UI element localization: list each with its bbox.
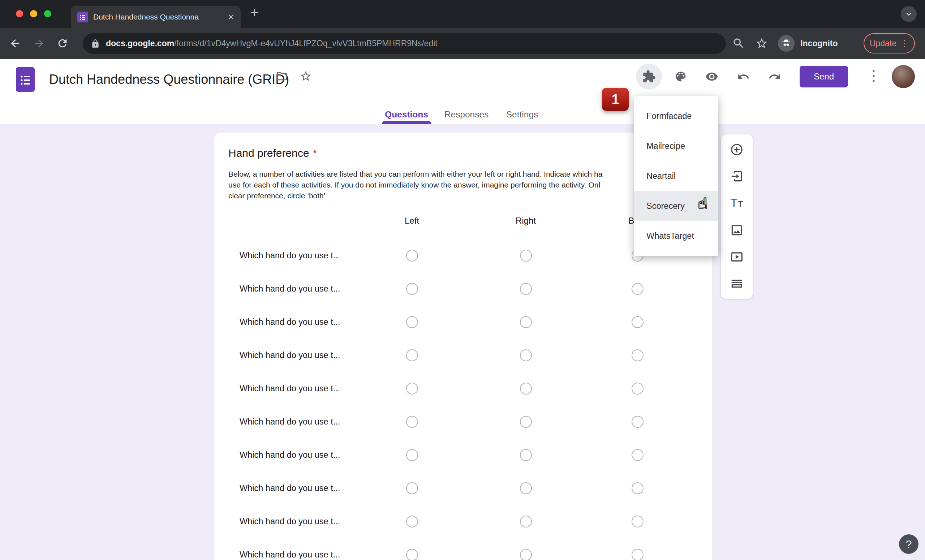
required-asterisk: * — [313, 147, 317, 159]
bookmark-star-icon[interactable] — [755, 37, 768, 50]
radio-left[interactable] — [406, 416, 418, 428]
undo-icon[interactable] — [737, 70, 750, 83]
radio-left[interactable] — [406, 283, 418, 295]
menu-item-whatstarget[interactable]: WhatsTarget — [634, 221, 718, 251]
forms-favicon — [77, 12, 88, 23]
add-video-icon[interactable] — [728, 249, 746, 265]
update-label: Update — [870, 39, 896, 48]
menu-item-neartail[interactable]: Neartail — [634, 161, 718, 191]
menu-item-formfacade[interactable]: Formfacade — [634, 101, 718, 131]
row-label: Which hand do you use t... — [240, 351, 340, 360]
puzzle-icon — [642, 70, 656, 83]
incognito-icon — [778, 35, 795, 52]
browser-toolbar: docs.google.com/forms/d/1vD4ywHvgM-e4vUY… — [0, 28, 925, 59]
zoom-window-button[interactable] — [44, 10, 51, 17]
folder-icon[interactable] — [276, 70, 289, 83]
preview-eye-icon[interactable] — [705, 70, 718, 83]
update-kebab-icon: ⋮ — [900, 38, 909, 48]
radio-left[interactable] — [406, 482, 418, 494]
update-button[interactable]: Update ⋮ — [863, 33, 915, 53]
incognito-badge: Incognito — [778, 35, 838, 52]
radio-right[interactable] — [520, 516, 532, 527]
send-button[interactable]: Send — [800, 66, 848, 87]
radio-right[interactable] — [520, 316, 532, 328]
question-title-text: Hand preference — [228, 147, 309, 159]
add-ons-button[interactable] — [636, 63, 662, 90]
theme-palette-icon[interactable] — [674, 70, 687, 83]
url-text: docs.google.com/forms/d/1vD4ywHvgM-e4vUY… — [106, 39, 438, 48]
question-description[interactable]: Below, a number of activities are listed… — [228, 169, 702, 201]
new-tab-button[interactable]: + — [250, 5, 259, 20]
radio-right[interactable] — [520, 416, 532, 428]
radio-left[interactable] — [406, 250, 418, 262]
radio-both[interactable] — [631, 416, 643, 428]
radio-left[interactable] — [406, 549, 418, 560]
url-bar[interactable]: docs.google.com/forms/d/1vD4ywHvgM-e4vUY… — [83, 33, 726, 54]
row-label: Which hand do you use t... — [240, 550, 340, 560]
row-label: Which hand do you use t... — [240, 516, 340, 526]
radio-right[interactable] — [520, 549, 532, 560]
menu-item-mailrecipe[interactable]: Mailrecipe — [634, 131, 718, 161]
addons-menu: FormfacadeMailrecipeNeartailScoreceryWha… — [634, 96, 718, 256]
forward-icon[interactable] — [33, 37, 45, 50]
add-image-icon[interactable] — [728, 222, 746, 238]
redo-icon[interactable] — [768, 70, 781, 83]
active-tab-underline — [382, 121, 431, 124]
tab-settings[interactable]: Settings — [506, 105, 538, 124]
tab-title: Dutch Handedness Questionna — [93, 13, 224, 21]
radio-both[interactable] — [631, 449, 643, 461]
close-window-button[interactable] — [16, 10, 23, 17]
url-domain: docs.google.com — [106, 39, 174, 48]
radio-both[interactable] — [631, 382, 643, 394]
floating-toolbar: TT — [721, 134, 753, 299]
row-label: Which hand do you use t... — [240, 317, 340, 327]
avatar[interactable] — [892, 65, 915, 88]
add-section-icon[interactable] — [728, 275, 746, 292]
description-line: use for each of these activities. If you… — [228, 179, 702, 190]
radio-right[interactable] — [520, 449, 532, 461]
description-line: Below, a number of activities are listed… — [228, 169, 702, 179]
minimize-window-button[interactable] — [30, 10, 37, 17]
browser-tab[interactable]: Dutch Handedness Questionna × — [71, 6, 241, 28]
radio-both[interactable] — [631, 316, 643, 328]
radio-left[interactable] — [406, 516, 418, 527]
help-button[interactable]: ? — [899, 534, 919, 554]
radio-left[interactable] — [406, 349, 418, 361]
table-row: Which hand do you use t... — [214, 405, 712, 438]
reload-icon[interactable] — [56, 37, 69, 50]
form-title[interactable]: Dutch Handedness Questionnaire (GRID) — [49, 66, 289, 93]
url-path: /forms/d/1vD4ywHvgM-e4vUYhJ4LfPZOq_vlvV3… — [174, 39, 438, 48]
radio-right[interactable] — [520, 382, 532, 394]
radio-right[interactable] — [520, 250, 532, 262]
chevron-down-icon[interactable] — [901, 6, 917, 22]
radio-both[interactable] — [631, 349, 643, 361]
radio-both[interactable] — [631, 516, 643, 527]
add-title-icon[interactable]: TT — [728, 195, 746, 211]
forms-logo-icon[interactable] — [16, 67, 35, 92]
browser-window: Dutch Handedness Questionna × + docs.goo… — [0, 0, 925, 560]
radio-both[interactable] — [631, 549, 643, 560]
radio-right[interactable] — [520, 482, 532, 494]
row-label: Which hand do you use t... — [240, 450, 340, 460]
radio-right[interactable] — [520, 283, 532, 295]
row-label: Which hand do you use t... — [240, 284, 340, 294]
radio-left[interactable] — [406, 449, 418, 461]
radio-left[interactable] — [406, 316, 418, 328]
tab-responses[interactable]: Responses — [444, 105, 489, 124]
radio-right[interactable] — [520, 349, 532, 361]
back-icon[interactable] — [9, 37, 21, 50]
lock-icon[interactable] — [91, 39, 100, 48]
import-questions-icon[interactable] — [728, 169, 746, 184]
radio-both[interactable] — [631, 482, 643, 494]
description-line: clear preference, circle ‘both’ — [228, 190, 702, 201]
more-options-icon[interactable]: ⋮ — [866, 68, 881, 83]
radio-both[interactable] — [631, 283, 643, 295]
radio-left[interactable] — [406, 382, 418, 394]
step-badge: 1 — [602, 88, 629, 111]
star-favorite-icon[interactable] — [300, 70, 313, 83]
tab-close-icon[interactable]: × — [227, 12, 234, 23]
question-title[interactable]: Hand preference* — [228, 147, 317, 159]
add-question-icon[interactable] — [728, 142, 746, 158]
table-row: Which hand do you use t... — [214, 372, 712, 405]
search-icon[interactable] — [732, 37, 745, 50]
